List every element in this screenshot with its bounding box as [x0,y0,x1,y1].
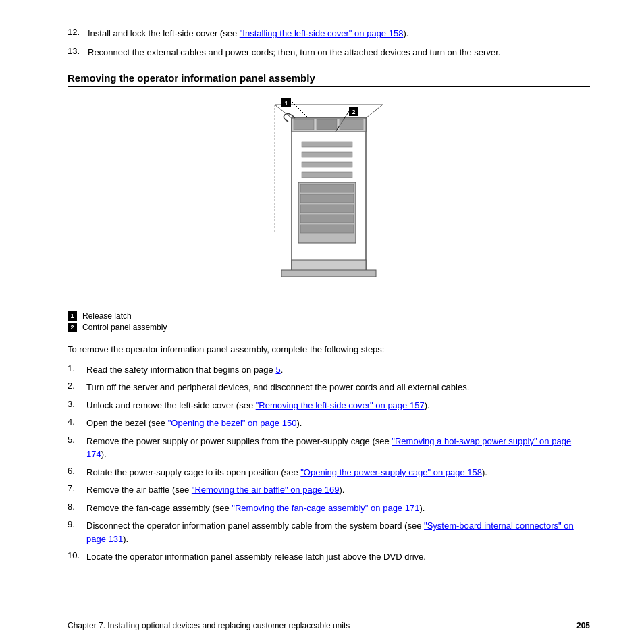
section-title: Removing the operator information panel … [68,72,590,87]
link-removing-fan-cage[interactable]: "Removing the fan-cage assembly" on page… [232,503,419,513]
legend-item-2: 2 Control panel assembly [68,323,590,332]
step-1: 1. Read the safety information that begi… [68,363,590,377]
step-3: 3. Unlock and remove the left-side cover… [68,399,590,412]
link-removing-hot-swap[interactable]: "Removing a hot-swap power supply" on pa… [86,436,571,460]
step-7-num: 7. [68,483,86,497]
step-6: 6. Rotate the power-supply cage to its o… [68,466,590,479]
svg-rect-7 [302,162,352,167]
step-4-text: Open the bezel (see "Opening the bezel" … [86,417,302,430]
top-steps: 12. Install and lock the left-side cover… [68,27,590,59]
page: 12. Install and lock the left-side cover… [0,0,644,644]
figure-container: 1 2 [68,98,590,300]
svg-rect-6 [302,152,352,157]
main-steps: 1. Read the safety information that begi… [68,363,590,564]
svg-rect-16 [281,270,376,277]
legend-label-1: Release latch [82,311,132,321]
svg-line-3 [366,105,383,118]
legend-item-1: 1 Release latch [68,311,590,321]
step-7-text: Remove the air baffle (see "Removing the… [86,483,344,497]
figure-image: 1 2 [254,98,403,300]
step-4-num: 4. [68,417,86,430]
step-13-num: 13. [68,46,88,59]
link-opening-power-supply-cage[interactable]: "Opening the power-supply cage" on page … [300,467,482,477]
step-2-num: 2. [68,381,86,394]
step-5: 5. Remove the power supply or power supp… [68,435,590,461]
step-1-text: Read the safety information that begins … [86,363,283,377]
step-12: 12. Install and lock the left-side cover… [68,27,590,41]
link-system-board-connectors[interactable]: "System-board internal connectors" on pa… [86,520,574,544]
step-2-text: Turn off the server and peripheral devic… [86,381,469,394]
svg-rect-24 [317,119,337,130]
step-4: 4. Open the bezel (see "Opening the beze… [68,417,590,430]
legend-badge-1: 1 [68,311,77,321]
legend-badge-2: 2 [68,323,77,332]
svg-rect-5 [302,142,352,147]
step-8-text: Remove the fan-cage assembly (see "Remov… [86,502,425,515]
svg-rect-10 [300,184,354,192]
step-8-num: 8. [68,502,86,515]
step-7: 7. Remove the air baffle (see "Removing … [68,483,590,497]
step-13-text: Reconnect the external cables and power … [88,46,500,59]
footer: Chapter 7. Installing optional devices a… [0,621,644,630]
step-5-text: Remove the power supply or power supplie… [86,435,590,461]
svg-text:2: 2 [352,109,355,115]
step-9-num: 9. [68,519,86,545]
step-10-num: 10. [68,550,86,564]
footer-chapter: Chapter 7. Installing optional devices a… [68,621,350,630]
step-10: 10. Locate the operator information pane… [68,550,590,564]
server-illustration: 1 2 [254,98,403,300]
svg-text:1: 1 [284,100,288,107]
intro-text: To remove the operator information panel… [68,343,590,356]
step-9-text: Disconnect the operator information pane… [86,519,590,545]
svg-rect-8 [302,172,352,178]
link-removing-air-baffle[interactable]: "Removing the air baffle" on page 169 [192,485,340,495]
svg-rect-12 [300,205,354,213]
step-12-num: 12. [68,27,88,41]
step-6-num: 6. [68,466,86,479]
step-9: 9. Disconnect the operator information p… [68,519,590,545]
legend-label-2: Control panel assembly [82,323,167,332]
legend: 1 Release latch 2 Control panel assembly [68,311,590,332]
footer-page-number: 205 [576,621,590,630]
svg-rect-25 [340,119,363,130]
svg-rect-13 [300,215,354,223]
step-2: 2. Turn off the server and peripheral de… [68,381,590,394]
svg-rect-14 [300,225,354,233]
step-3-num: 3. [68,399,86,412]
link-opening-bezel[interactable]: "Opening the bezel" on page 150 [168,418,297,428]
step-3-text: Unlock and remove the left-side cover (s… [86,399,430,412]
svg-rect-23 [294,119,314,130]
link-installing-left-side-cover[interactable]: "Installing the left-side cover" on page… [240,28,404,38]
link-safety[interactable]: 5 [275,365,280,375]
step-12-text: Install and lock the left-side cover (se… [88,27,408,41]
step-10-text: Locate the operator information panel as… [86,550,426,564]
svg-line-17 [292,101,308,118]
step-5-num: 5. [68,435,86,461]
svg-rect-11 [300,194,354,203]
step-6-text: Rotate the power-supply cage to its open… [86,466,487,479]
step-8: 8. Remove the fan-cage assembly (see "Re… [68,502,590,515]
step-13: 13. Reconnect the external cables and po… [68,46,590,59]
link-removing-left-side-cover[interactable]: "Removing the left-side cover" on page 1… [256,400,425,410]
step-1-num: 1. [68,363,86,377]
